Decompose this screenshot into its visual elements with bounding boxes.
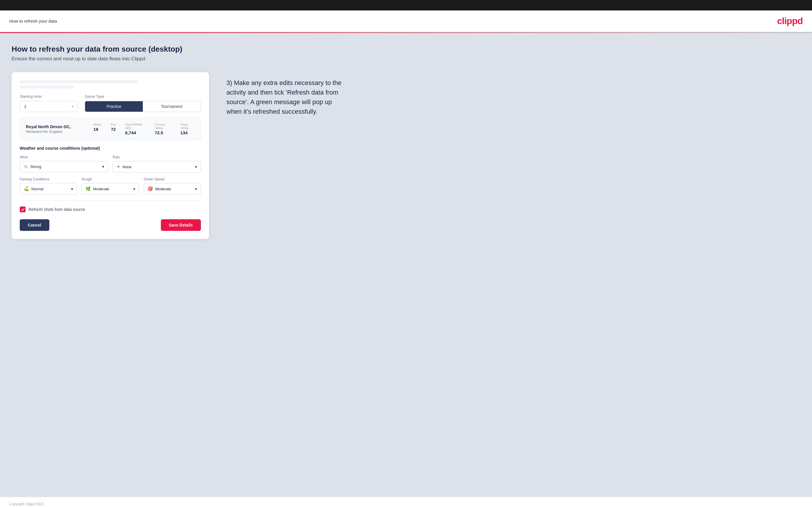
fairway-group: Fairway Conditions ⛳ Normal ▾ (20, 177, 77, 194)
rough-label: Rough (82, 177, 139, 181)
rough-select-inner: 🌿 Moderate (85, 186, 109, 191)
cancel-button[interactable]: Cancel (20, 219, 49, 231)
wind-chevron-icon: ▾ (102, 164, 104, 169)
rain-group: Rain ☀ None ▾ (113, 155, 201, 173)
course-location: Westward Hol, England (26, 130, 94, 134)
holes-label: Holes (94, 123, 102, 126)
chevron-down-icon: ▾ (72, 104, 73, 109)
par-stat: Par 72 (111, 123, 116, 135)
green-speed-select[interactable]: 🎯 Moderate ▾ (144, 183, 201, 194)
rough-select[interactable]: 🌿 Moderate ▾ (82, 183, 139, 194)
instruction-text: 3) Make any extra edits necessary to the… (226, 78, 343, 116)
green-speed-value: Moderate (155, 187, 171, 191)
checkmark-icon (21, 208, 25, 212)
course-rating-label: Course rating (155, 123, 171, 130)
course-rating-value: 72.5 (155, 130, 163, 135)
main-content: How to refresh your data from source (de… (0, 33, 812, 497)
starting-hole-group: Starting Hole 1 ▾ (20, 94, 78, 112)
green-speed-icon: 🎯 (148, 186, 153, 191)
par-label: Par (111, 123, 116, 126)
game-type-buttons: Practice Tournament (85, 101, 201, 112)
holes-stat: Holes 18 (94, 123, 102, 135)
wind-group: Wind 🌬 Strong ▾ (20, 155, 108, 173)
fairway-value: Normal (31, 187, 44, 191)
top-bar (0, 0, 812, 10)
green-speed-group: Green Speed 🎯 Moderate ▾ (144, 177, 201, 194)
yards-label: Yards/White (M)) (125, 123, 145, 130)
footer: Copyright Clippd 2022 (0, 497, 812, 507)
course-name-block: Royal North Devon GC, Westward Hol, Engl… (26, 124, 94, 134)
divider (20, 201, 201, 201)
course-stats: Holes 18 Par 72 Yards/White (M)) 6,744 C… (94, 123, 195, 135)
page-title: How to refresh your data from source (de… (12, 45, 800, 54)
rain-value: None (122, 165, 132, 169)
wind-icon: 🌬 (23, 164, 28, 169)
course-rating-stat: Course rating 72.5 (155, 123, 171, 135)
wind-value: Strong (30, 164, 41, 169)
holes-value: 18 (94, 127, 98, 132)
form-row-top: Starting Hole 1 ▾ Game Type Practice Tou… (20, 94, 201, 112)
rain-label: Rain (113, 155, 201, 159)
refresh-checkbox-row[interactable]: Refresh shots from data source (20, 207, 201, 212)
save-button[interactable]: Save Details (161, 219, 201, 231)
content-area: Starting Hole 1 ▾ Game Type Practice Tou… (12, 72, 800, 239)
form-card: Starting Hole 1 ▾ Game Type Practice Tou… (12, 72, 209, 239)
fairway-select[interactable]: ⛳ Normal ▾ (20, 183, 77, 194)
green-speed-select-inner: 🎯 Moderate (148, 186, 171, 191)
practice-button[interactable]: Practice (85, 101, 143, 112)
yards-value: 6,744 (125, 130, 136, 135)
wind-label: Wind (20, 155, 108, 159)
button-row: Cancel Save Details (20, 219, 201, 231)
conditions-title: Weather and course conditions (optional) (20, 146, 201, 151)
logo: clippd (777, 16, 803, 26)
green-speed-chevron-icon: ▾ (195, 187, 197, 191)
tournament-button[interactable]: Tournament (143, 101, 201, 112)
fairway-icon: ⛳ (23, 186, 29, 191)
game-type-group: Game Type Practice Tournament (85, 94, 201, 112)
rain-select-inner: ☀ None (116, 164, 132, 169)
header: How to refresh your data clippd (0, 10, 812, 32)
rough-group: Rough 🌿 Moderate ▾ (82, 177, 139, 194)
yards-stat: Yards/White (M)) 6,744 (125, 123, 145, 135)
wind-select[interactable]: 🌬 Strong ▾ (20, 161, 108, 172)
slope-rating-label: Slope rating (180, 123, 195, 130)
course-name: Royal North Devon GC, (26, 124, 94, 129)
fairway-label: Fairway Conditions (20, 177, 77, 181)
page-subtitle: Ensure the correct and most up to date d… (12, 56, 800, 62)
header-title: How to refresh your data (9, 18, 57, 23)
fairway-chevron-icon: ▾ (71, 187, 73, 191)
starting-hole-select[interactable]: 1 ▾ (20, 101, 78, 112)
rain-select[interactable]: ☀ None ▾ (113, 161, 201, 173)
rough-chevron-icon: ▾ (133, 187, 135, 191)
footer-copyright: Copyright Clippd 2022 (9, 502, 44, 506)
refresh-checkbox[interactable] (20, 207, 26, 212)
rough-icon: 🌿 (85, 186, 91, 191)
green-speed-label: Green Speed (144, 177, 201, 181)
game-type-label: Game Type (85, 94, 201, 99)
rain-chevron-icon: ▾ (195, 165, 197, 169)
par-value: 72 (111, 127, 116, 132)
instruction-block: 3) Make any extra edits necessary to the… (226, 72, 343, 116)
card-top-hint2 (20, 86, 74, 89)
fairway-select-inner: ⛳ Normal (23, 186, 44, 191)
starting-hole-value: 1 (24, 104, 27, 109)
slope-rating-stat: Slope rating 134 (180, 123, 195, 135)
conditions-row-2: Fairway Conditions ⛳ Normal ▾ Rough 🌿 (20, 177, 201, 194)
slope-rating-value: 134 (180, 130, 188, 135)
wind-select-inner: 🌬 Strong (23, 164, 41, 169)
card-top-hint (20, 80, 138, 83)
rain-icon: ☀ (116, 164, 120, 169)
starting-hole-label: Starting Hole (20, 94, 78, 99)
course-row: Royal North Devon GC, Westward Hol, Engl… (20, 118, 201, 140)
rough-value: Moderate (93, 187, 109, 191)
conditions-row-1: Wind 🌬 Strong ▾ Rain ☀ None (20, 155, 201, 173)
refresh-label: Refresh shots from data source (29, 207, 85, 212)
